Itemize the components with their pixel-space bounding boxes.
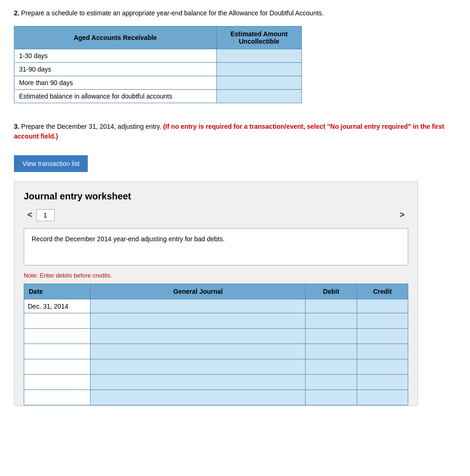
aged-row-label-1: 31-90 days xyxy=(14,63,217,76)
journal-gj-cell-0[interactable] xyxy=(91,299,306,313)
journal-credit-input-2[interactable] xyxy=(357,329,408,344)
question-2-text: 2. Prepare a schedule to estimate an app… xyxy=(14,9,456,17)
journal-debit-input-3[interactable] xyxy=(306,344,356,359)
journal-debit-cell-6[interactable] xyxy=(306,390,357,405)
journal-date-input-4[interactable] xyxy=(28,361,86,372)
journal-gj-input-1[interactable] xyxy=(91,313,305,328)
journal-date-input-5[interactable] xyxy=(28,377,86,388)
journal-header-credit: Credit xyxy=(357,284,408,299)
aged-input-field-2[interactable] xyxy=(222,79,297,86)
aged-input-field-0[interactable] xyxy=(222,52,297,60)
journal-nav-row: < 1 > xyxy=(24,208,408,222)
aged-row-input-1[interactable] xyxy=(216,63,301,76)
journal-date-cell-5 xyxy=(24,375,91,390)
journal-debit-cell-5[interactable] xyxy=(306,375,357,390)
nav-next-button[interactable]: > xyxy=(396,208,408,222)
journal-gj-cell-3[interactable] xyxy=(91,344,306,359)
journal-credit-cell-6[interactable] xyxy=(357,390,408,405)
aged-input-field-1[interactable] xyxy=(222,66,297,73)
journal-gj-cell-4[interactable] xyxy=(91,359,306,375)
journal-date-cell-0: Dec. 31, 2014 xyxy=(24,299,91,313)
journal-credit-input-3[interactable] xyxy=(357,344,408,359)
aged-input-field-3[interactable] xyxy=(222,93,297,100)
aged-row-label-3: Estimated balance in allowance for doubt… xyxy=(14,90,217,103)
journal-credit-cell-1[interactable] xyxy=(357,313,408,329)
journal-date-cell-1 xyxy=(24,313,91,329)
journal-gj-input-4[interactable] xyxy=(91,359,305,374)
aged-row-input-3[interactable] xyxy=(216,90,301,103)
journal-credit-input-0[interactable] xyxy=(357,299,408,313)
journal-gj-input-5[interactable] xyxy=(91,375,305,390)
journal-credit-input-4[interactable] xyxy=(357,359,408,374)
journal-date-cell-3 xyxy=(24,344,91,359)
journal-debit-input-5[interactable] xyxy=(306,375,356,390)
question-3-normal: Prepare the December 31, 2014, adjusting… xyxy=(21,123,162,130)
journal-credit-input-6[interactable] xyxy=(357,390,408,405)
view-transaction-list-button[interactable]: View transaction list xyxy=(14,155,88,172)
journal-debit-cell-0[interactable] xyxy=(306,299,357,313)
question-2-number: 2. xyxy=(14,9,20,17)
journal-date-input-2[interactable] xyxy=(28,331,86,342)
journal-date-cell-4 xyxy=(24,359,91,375)
journal-debit-cell-1[interactable] xyxy=(306,313,357,329)
journal-gj-input-2[interactable] xyxy=(91,329,305,344)
journal-gj-input-6[interactable] xyxy=(91,390,305,405)
journal-header-debit: Debit xyxy=(306,284,357,299)
journal-credit-cell-0[interactable] xyxy=(357,299,408,313)
journal-debit-cell-3[interactable] xyxy=(306,344,357,359)
journal-header-general-journal: General Journal xyxy=(91,284,306,299)
journal-date-cell-2 xyxy=(24,329,91,344)
journal-gj-cell-2[interactable] xyxy=(91,329,306,344)
aged-col1-header: Aged Accounts Receivable xyxy=(14,26,217,49)
journal-date-input-3[interactable] xyxy=(28,346,86,357)
question-2-block: 2. Prepare a schedule to estimate an app… xyxy=(14,9,456,103)
journal-credit-cell-3[interactable] xyxy=(357,344,408,359)
aged-row-label-2: More than 90 days xyxy=(14,76,217,90)
journal-debit-input-4[interactable] xyxy=(306,359,356,374)
question-3-text: 3. Prepare the December 31, 2014, adjust… xyxy=(14,122,456,141)
journal-credit-input-1[interactable] xyxy=(357,313,408,328)
journal-title: Journal entry worksheet xyxy=(24,191,408,202)
journal-gj-cell-5[interactable] xyxy=(91,375,306,390)
journal-gj-cell-6[interactable] xyxy=(91,390,306,405)
journal-debit-input-1[interactable] xyxy=(306,313,356,328)
journal-note: Note: Enter debits before credits. xyxy=(24,272,408,279)
journal-credit-cell-2[interactable] xyxy=(357,329,408,344)
aged-row-input-2[interactable] xyxy=(216,76,301,90)
journal-date-input-6[interactable] xyxy=(28,392,86,403)
question-3-number: 3. xyxy=(14,123,20,130)
journal-entry-worksheet: Journal entry worksheet < 1 > Record the… xyxy=(14,181,418,406)
journal-debit-input-2[interactable] xyxy=(306,329,356,344)
aged-row-input-0[interactable] xyxy=(216,49,301,63)
journal-date-cell-6 xyxy=(24,390,91,405)
journal-header-date: Date xyxy=(24,284,91,299)
journal-table: Date General Journal Debit Credit Dec. 3… xyxy=(24,284,408,405)
journal-gj-cell-1[interactable] xyxy=(91,313,306,329)
aged-accounts-table: Aged Accounts Receivable Estimated Amoun… xyxy=(14,26,302,103)
question-3-block: 3. Prepare the December 31, 2014, adjust… xyxy=(14,122,456,141)
nav-prev-button[interactable]: < xyxy=(24,208,36,222)
journal-credit-cell-4[interactable] xyxy=(357,359,408,375)
journal-description: Record the December 2014 year-end adjust… xyxy=(24,228,408,265)
journal-debit-cell-2[interactable] xyxy=(306,329,357,344)
journal-debit-cell-4[interactable] xyxy=(306,359,357,375)
aged-row-label-0: 1-30 days xyxy=(14,49,217,63)
journal-debit-input-6[interactable] xyxy=(306,390,356,405)
journal-credit-input-5[interactable] xyxy=(357,375,408,390)
journal-credit-cell-5[interactable] xyxy=(357,375,408,390)
journal-page-number: 1 xyxy=(36,209,55,221)
journal-debit-input-0[interactable] xyxy=(306,299,356,313)
aged-col2-header: Estimated Amount Uncollectible xyxy=(216,26,301,49)
journal-gj-input-3[interactable] xyxy=(91,344,305,359)
question-2-body: Prepare a schedule to estimate an approp… xyxy=(21,9,324,17)
journal-gj-input-0[interactable] xyxy=(91,299,305,313)
journal-date-input-1[interactable] xyxy=(28,315,86,326)
